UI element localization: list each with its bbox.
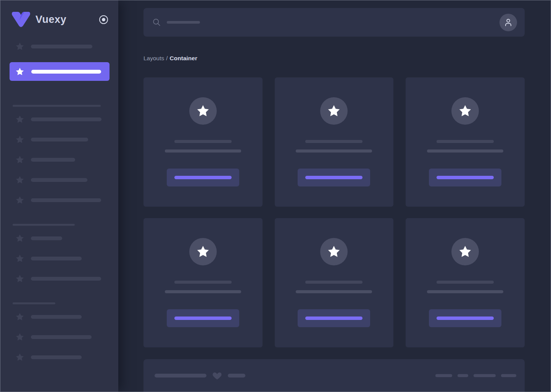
sidebar-nav-item[interactable] — [0, 333, 118, 342]
sidebar-nav-item[interactable] — [0, 155, 118, 164]
card-title-placeholder — [305, 140, 362, 143]
star-icon — [15, 353, 24, 362]
breadcrumb-parent[interactable]: Layouts — [143, 55, 164, 61]
sidebar-nav-item[interactable] — [0, 353, 118, 362]
card-avatar — [189, 238, 217, 265]
sidebar-nav-item[interactable] — [0, 175, 118, 185]
star-icon — [15, 234, 24, 243]
breadcrumb: Layouts/Container — [143, 55, 525, 62]
star-icon — [327, 245, 341, 259]
star-icon — [196, 104, 210, 118]
card-subtitle-placeholder — [165, 290, 241, 293]
nav-label-placeholder — [31, 70, 101, 74]
sidebar-header: Vuexy — [0, 11, 118, 27]
radio-circle-icon — [99, 15, 108, 24]
nav-label-placeholder — [31, 277, 101, 281]
card-action-button[interactable] — [167, 169, 239, 186]
footer-link-placeholder[interactable] — [458, 374, 468, 377]
sidebar-section — [0, 105, 118, 205]
button-label-placeholder — [437, 176, 494, 179]
nav-label-placeholder — [31, 335, 92, 339]
star-icon — [327, 104, 341, 118]
footer-left — [155, 371, 245, 381]
star-icon — [15, 312, 24, 321]
sidebar-nav — [0, 42, 118, 362]
search-bar[interactable] — [143, 8, 525, 37]
breadcrumb-separator: / — [166, 55, 168, 61]
nav-label-placeholder — [31, 45, 92, 48]
button-label-placeholder — [305, 316, 362, 320]
content-card — [275, 77, 394, 207]
star-icon — [15, 115, 24, 124]
star-icon — [15, 274, 24, 283]
card-subtitle-placeholder — [427, 290, 503, 293]
sidebar-nav-item[interactable] — [0, 196, 118, 205]
person-icon — [504, 18, 513, 27]
footer-link-placeholder[interactable] — [474, 374, 496, 377]
footer-link-placeholder[interactable] — [435, 374, 452, 377]
card-title-placeholder — [437, 281, 494, 284]
search-icon — [153, 18, 161, 26]
section-header-placeholder — [13, 224, 75, 226]
nav-label-placeholder — [31, 257, 82, 260]
vuexy-logo-icon — [11, 11, 31, 27]
content-card — [143, 218, 263, 347]
star-icon — [15, 254, 24, 263]
nav-label-placeholder — [31, 117, 102, 121]
section-header-placeholder — [13, 302, 55, 304]
heart-icon — [212, 371, 222, 381]
card-title-placeholder — [437, 140, 494, 143]
sidebar-nav-item[interactable] — [0, 115, 118, 124]
button-label-placeholder — [174, 176, 232, 179]
card-subtitle-placeholder — [165, 149, 241, 153]
button-label-placeholder — [437, 316, 494, 320]
star-icon — [15, 333, 24, 342]
nav-label-placeholder — [31, 236, 62, 240]
content-card — [406, 218, 525, 347]
footer-text-placeholder — [155, 374, 206, 378]
sidebar-nav-item[interactable] — [0, 135, 118, 144]
button-label-placeholder — [174, 316, 232, 320]
star-icon — [15, 42, 24, 51]
user-avatar[interactable] — [499, 14, 517, 31]
footer-link-placeholder[interactable] — [501, 374, 516, 377]
card-action-button[interactable] — [298, 309, 370, 327]
brand-title: Vuexy — [35, 14, 66, 26]
card-subtitle-placeholder — [296, 290, 372, 293]
card-avatar — [320, 238, 348, 265]
sidebar: Vuexy — [0, 0, 118, 392]
sidebar-nav-item[interactable] — [0, 254, 118, 263]
sidebar-nav-item-active[interactable] — [10, 62, 110, 81]
footer-text-placeholder — [228, 374, 245, 378]
sidebar-nav-item[interactable] — [0, 312, 118, 321]
breadcrumb-current: Container — [170, 55, 197, 61]
footer — [143, 359, 525, 392]
card-action-button[interactable] — [167, 309, 239, 327]
button-label-placeholder — [305, 176, 362, 179]
nav-label-placeholder — [31, 138, 88, 141]
nav-label-placeholder — [31, 198, 101, 202]
card-action-button[interactable] — [298, 169, 370, 186]
sidebar-toggle[interactable] — [99, 15, 108, 24]
card-title-placeholder — [174, 140, 232, 143]
sidebar-section — [0, 302, 118, 362]
card-title-placeholder — [305, 281, 362, 284]
card-action-button[interactable] — [429, 169, 501, 186]
sidebar-section — [0, 224, 118, 283]
content-card — [143, 77, 263, 207]
sidebar-nav-item[interactable] — [0, 274, 118, 283]
card-avatar — [451, 238, 479, 265]
star-icon — [15, 135, 24, 144]
nav-label-placeholder — [31, 355, 82, 359]
content-card — [275, 218, 394, 347]
star-icon — [458, 245, 472, 259]
card-avatar — [189, 97, 217, 125]
nav-label-placeholder — [31, 315, 82, 319]
sidebar-nav-item[interactable] — [0, 234, 118, 243]
star-icon — [15, 196, 24, 205]
nav-label-placeholder — [31, 178, 87, 182]
card-action-button[interactable] — [429, 309, 501, 327]
card-title-placeholder — [174, 281, 232, 284]
sidebar-nav-item[interactable] — [0, 42, 118, 51]
card-subtitle-placeholder — [296, 149, 372, 153]
